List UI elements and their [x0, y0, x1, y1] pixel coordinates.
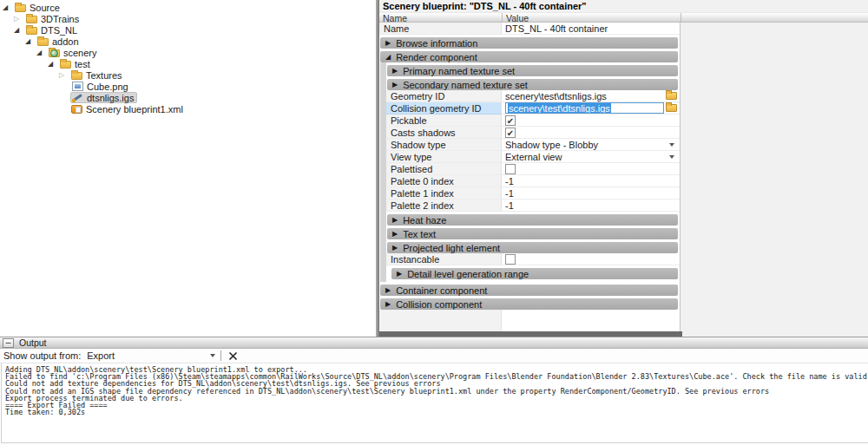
group-collapsed-icon[interactable]: ▶ — [392, 67, 398, 75]
tree-item-label: scenery — [63, 48, 97, 58]
tree-item-cube-png[interactable]: Cube.png — [0, 81, 376, 92]
tree-expanded-icon[interactable]: ◢ — [3, 3, 14, 11]
tree-item-dtsnligs-igs[interactable]: dtsnligs.igs — [0, 92, 376, 103]
console-output[interactable]: Adding DTS_NL\addon\scenery\test\Scenery… — [1, 363, 868, 443]
chevron-down-icon[interactable] — [669, 155, 674, 159]
group-collision-component[interactable]: ▶Collision component — [380, 298, 678, 310]
group-collapsed-icon[interactable]: ▶ — [392, 216, 398, 224]
property-value — [502, 163, 680, 175]
tree-item-scenery[interactable]: ◢scenery — [0, 47, 376, 58]
browse-folder-icon[interactable] — [666, 104, 677, 112]
tree-item-source[interactable]: ◢Source — [0, 2, 376, 13]
group-collapsed-icon[interactable]: ▶ — [397, 270, 402, 278]
property-row-shadow-type[interactable]: Shadow typeShadow type - Blobby — [386, 139, 680, 151]
group-label: Primary named texture set — [403, 66, 515, 76]
group-render-component[interactable]: ◢Render component — [380, 51, 678, 62]
checkbox-checked[interactable]: ✔ — [505, 128, 516, 138]
property-row-geometry-id[interactable]: Geometry IDscenery\test\dtsnligs.igs — [386, 90, 680, 102]
chevron-down-icon[interactable] — [669, 143, 674, 147]
group-collapsed-icon[interactable]: ▶ — [385, 39, 391, 47]
group-collapsed-icon[interactable]: ▶ — [385, 300, 391, 308]
checkbox-unchecked[interactable] — [505, 254, 516, 265]
value-text: DTS_NL - 40ft container — [505, 23, 608, 34]
property-label: Collision geometry ID — [386, 102, 502, 115]
group-secondary-named-texture-set[interactable]: ▶Secondary named texture set — [387, 79, 678, 90]
property-label: Palette 1 index — [386, 187, 502, 200]
output-source-dropdown[interactable]: Export — [87, 350, 219, 363]
checkbox-checked[interactable]: ✔ — [505, 115, 516, 126]
dropdown-selected-value: External view — [505, 152, 562, 162]
group-primary-named-texture-set[interactable]: ▶Primary named texture set — [387, 65, 678, 76]
close-icon — [228, 351, 238, 361]
property-row-collision-geometry-id[interactable]: Collision geometry IDscenery\test\dtsnli… — [386, 102, 680, 115]
tree-item-textures[interactable]: ▷Textures — [0, 69, 376, 81]
tree-item-label: dtsnligs.igs — [87, 93, 134, 103]
minimize-output-button[interactable]: − — [3, 338, 14, 348]
group-collapsed-icon[interactable]: ▶ — [385, 286, 391, 294]
group-collapsed-icon[interactable]: ▶ — [392, 81, 398, 88]
group-label: Tex text — [403, 229, 436, 239]
group-browse-information[interactable]: ▶Browse information — [380, 37, 678, 49]
dropdown-view-type[interactable]: External view — [502, 151, 680, 163]
property-label: Geometry ID — [386, 90, 502, 102]
property-value: scenery\test\dtsnligs.igs — [502, 90, 680, 102]
property-row-palettised[interactable]: Palettised — [386, 163, 680, 175]
browse-folder-icon[interactable] — [666, 92, 677, 100]
checkbox-unchecked[interactable] — [505, 164, 516, 174]
tree-item-scenery-blueprint1-xml[interactable]: Scenery blueprint1.xml — [0, 103, 376, 115]
tree-collapsed-icon[interactable]: ▷ — [59, 71, 70, 79]
group-expanded-icon[interactable]: ◢ — [385, 53, 391, 61]
tree-item-label: 3DTrains — [41, 14, 79, 24]
tree-expanded-icon[interactable]: ◢ — [14, 26, 25, 34]
console-line: Export process terminated due to errors. — [5, 395, 868, 402]
group-collapsed-icon[interactable]: ▶ — [392, 244, 398, 252]
grid-empty-area — [379, 310, 680, 331]
property-grid[interactable]: NameDTS_NL - 40ft container▶Browse infor… — [379, 23, 681, 331]
tree-item-label: Source — [30, 3, 60, 13]
group-heat-haze[interactable]: ▶Heat haze — [387, 214, 678, 226]
folder-icon — [37, 38, 49, 46]
value-text: -1 — [505, 200, 514, 211]
tree-collapsed-icon[interactable]: ▷ — [14, 15, 25, 23]
console-line: ==== Export Failed ==== — [5, 402, 868, 409]
property-row-palette-0-index[interactable]: Palette 0 index-1 — [386, 175, 680, 187]
source-tree-panel[interactable]: ◢Source▷3DTrains◢DTS_NL◢addon◢scenery◢te… — [0, 0, 376, 337]
group-label: Heat haze — [403, 215, 446, 226]
tree-item-label: DTS_NL — [41, 25, 77, 36]
output-titlebar: − Output — [0, 337, 868, 349]
path-text: scenery\test\dtsnligs.igs — [505, 91, 607, 101]
group-container-component[interactable]: ▶Container component — [380, 285, 678, 296]
property-row-casts-shadows[interactable]: Casts shadows✔ — [386, 127, 680, 139]
property-row-palette-2-index[interactable]: Palette 2 index-1 — [386, 200, 680, 212]
property-row-instancable[interactable]: Instancable — [386, 253, 680, 265]
group-detail-level-generation-range[interactable]: ▶Detail level generation range — [391, 268, 678, 279]
group-projected-light-element[interactable]: ▶Projected light element — [387, 242, 678, 253]
property-value: ✔ — [502, 115, 680, 127]
blueprint-inspector-panel: Scenery blueprint: "DTS_NL - 40ft contai… — [379, 0, 868, 337]
property-value: DTS_NL - 40ft container — [502, 23, 680, 35]
property-row-name[interactable]: NameDTS_NL - 40ft container — [379, 23, 680, 35]
property-label: Palette 2 index — [386, 200, 502, 212]
group-tex-text[interactable]: ▶Tex text — [387, 228, 678, 239]
tree-item-label: Scenery blueprint1.xml — [86, 104, 183, 115]
render-component-children: ▶Primary named texture set▶Secondary nam… — [380, 62, 680, 282]
property-row-pickable[interactable]: Pickable✔ — [386, 115, 680, 127]
path-textbox[interactable]: scenery\test\dtsnligs.igs — [505, 102, 664, 114]
clear-output-button[interactable] — [227, 350, 239, 362]
tree-expanded-icon[interactable]: ◢ — [36, 49, 48, 56]
property-row-palette-1-index[interactable]: Palette 1 index-1 — [386, 187, 680, 200]
xml-file-icon — [71, 105, 82, 114]
group-label: Detail level generation range — [407, 269, 529, 279]
group-collapsed-icon[interactable]: ▶ — [392, 230, 398, 238]
property-row-view-type[interactable]: View typeExternal view — [386, 151, 680, 163]
tree-expanded-icon[interactable]: ◢ — [48, 60, 59, 68]
chevron-down-icon — [210, 354, 215, 357]
tree-expanded-icon[interactable]: ◢ — [25, 37, 36, 45]
tree-item-addon[interactable]: ◢addon — [0, 36, 376, 47]
dropdown-shadow-type[interactable]: Shadow type - Blobby — [502, 139, 680, 151]
tree-item-dts-nl[interactable]: ◢DTS_NL — [0, 24, 376, 36]
blueprint-editor-window: ◢Source▷3DTrains◢DTS_NL◢addon◢scenery◢te… — [0, 0, 868, 445]
tree-item-3dtrains[interactable]: ▷3DTrains — [0, 13, 376, 24]
tree-item-test[interactable]: ◢test — [0, 58, 376, 69]
property-label: View type — [386, 151, 502, 163]
